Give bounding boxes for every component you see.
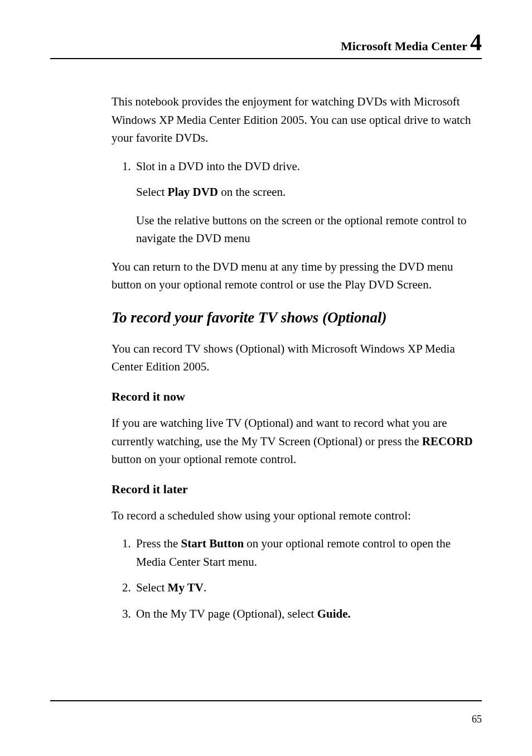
step-text: Slot in a DVD into the DVD drive. [136, 160, 300, 173]
bold-text: Play DVD [168, 185, 218, 199]
record-later-step-1: Press the Start Button on your optional … [134, 535, 482, 571]
bold-text: Start Button [181, 537, 244, 550]
chapter-number: 4 [470, 30, 482, 55]
dvd-step-1: Slot in a DVD into the DVD drive. Select… [134, 157, 482, 248]
text: . [204, 581, 206, 594]
text: On the My TV page (Optional), select [136, 607, 317, 620]
text: Select [136, 185, 168, 199]
dvd-note: You can return to the DVD menu at any ti… [112, 258, 482, 294]
page: Microsoft Media Center 4 This notebook p… [0, 0, 532, 756]
footer-rule [50, 700, 482, 701]
step-subtext: Select Play DVD on the screen. [136, 183, 482, 201]
record-later-steps: Press the Start Button on your optional … [112, 535, 482, 623]
record-now-paragraph: If you are watching live TV (Optional) a… [112, 414, 482, 469]
record-intro: You can record TV shows (Optional) with … [112, 340, 482, 376]
text: on the screen. [218, 185, 286, 199]
bold-text: RECORD [422, 435, 473, 448]
subheading-record-now: Record it now [112, 387, 482, 406]
text: button on your optional remote control. [112, 452, 296, 466]
dvd-steps-list: Slot in a DVD into the DVD drive. Select… [112, 157, 482, 248]
intro-paragraph: This notebook provides the enjoyment for… [112, 93, 482, 147]
record-later-step-3: On the My TV page (Optional), select Gui… [134, 605, 482, 623]
record-later-step-2: Select My TV. [134, 579, 482, 597]
content: This notebook provides the enjoyment for… [50, 93, 482, 623]
record-later-intro: To record a scheduled show using your op… [112, 507, 482, 525]
page-number: 65 [472, 714, 482, 725]
text: If you are watching live TV (Optional) a… [112, 416, 447, 448]
header-rule [50, 58, 482, 59]
bold-text: Guide. [317, 607, 351, 620]
section-heading-record: To record your favorite TV shows (Option… [112, 306, 482, 330]
header-title: Microsoft Media Center [341, 39, 467, 53]
step-subtext: Use the relative buttons on the screen o… [136, 211, 482, 248]
text: Select [136, 581, 168, 594]
running-head: Microsoft Media Center 4 [50, 39, 482, 58]
text: Press the [136, 537, 181, 550]
subheading-record-later: Record it later [112, 480, 482, 499]
bold-text: My TV [168, 581, 204, 594]
